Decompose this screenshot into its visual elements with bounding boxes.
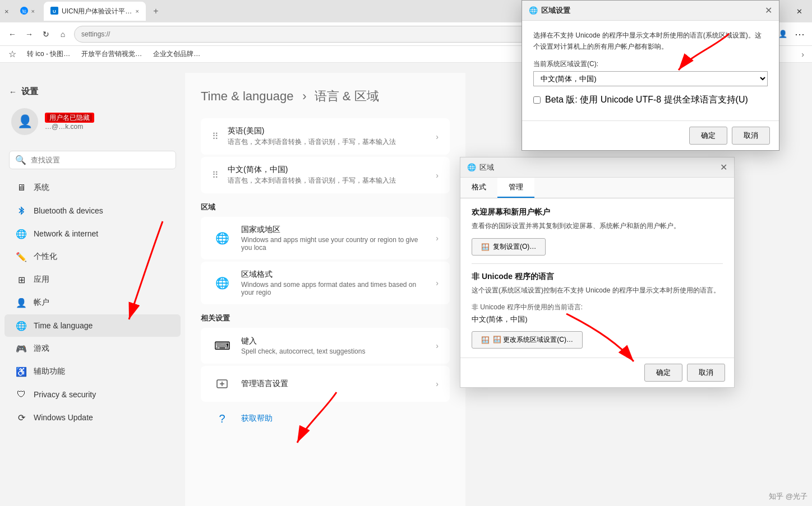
page-title-main: Time & language [201, 89, 294, 103]
unicode-locale-select[interactable]: 中文(简体，中国) [533, 71, 768, 86]
unicode-globe-icon: 🌐 [529, 6, 538, 15]
settings-sidebar: ← 设置 👤 用户名已隐藏 …@…k.com 🔍 🖥 系统 [0, 73, 185, 506]
settings-search[interactable]: 🔍 [9, 151, 176, 169]
tab2-close[interactable]: × [135, 8, 139, 15]
settings-back[interactable]: ← 设置 [0, 82, 185, 101]
bookmark-2[interactable]: 开放平台营销视觉… [77, 48, 146, 60]
bookmark-3[interactable]: 企业文创品牌… [149, 48, 205, 60]
forward-button[interactable]: → [21, 26, 37, 42]
language-item-chinese[interactable]: ⠿ 中文(简体，中国) 语言包，文本到语音转换，语音识别，手写，基本输入法 › [201, 157, 450, 193]
sidebar-item-time[interactable]: 🌐 Time & language [4, 314, 181, 337]
sidebar-privacy-label: Privacy & security [34, 390, 96, 399]
region-format-text: 区域格式 Windows and some apps format dates … [241, 270, 427, 296]
back-icon: ← [9, 87, 17, 96]
refresh-button[interactable]: ↻ [38, 26, 54, 42]
language-item-english[interactable]: ⠿ 英语(美国) 语言包，文本到语音转换，语音识别，手写，基本输入法 › [201, 118, 450, 155]
country-title: 国家或地区 [241, 225, 427, 235]
unicode-dialog-label: 区域设置 [541, 6, 570, 16]
sidebar-item-system[interactable]: 🖥 系统 [4, 177, 181, 199]
tab-1[interactable]: 知 × [13, 2, 41, 21]
svg-text:U: U [53, 9, 56, 14]
close-button[interactable]: ✕ [786, 0, 812, 22]
sidebar-accessibility-label: 辅助功能 [34, 366, 65, 377]
unicode-checkbox[interactable] [533, 96, 541, 104]
search-icon: 🔍 [15, 155, 26, 165]
keyboard-title: 键入 [241, 336, 427, 346]
user-name: 用户名已隐藏 [45, 113, 94, 123]
help-item[interactable]: ? 获取帮助 [201, 404, 450, 433]
country-desc: Windows and apps might use your country … [241, 236, 427, 252]
non-unicode-desc: 这个设置(系统区域设置)控制在不支持 Unicode 的程序中显示文本时所使用的… [472, 285, 723, 296]
user-email: …@…k.com [45, 123, 94, 131]
page-title-sub: 语言 & 区域 [315, 89, 379, 103]
drag-handle: ⠿ [212, 131, 219, 142]
more-button[interactable]: ⋯ [792, 26, 808, 42]
unicode-footer: 确定 取消 [522, 120, 779, 150]
sidebar-item-bluetooth[interactable]: Bluetooth & devices [4, 199, 181, 222]
tab-close-x[interactable]: × [4, 7, 9, 16]
unicode-cancel-button[interactable]: 取消 [732, 127, 770, 145]
unicode-close-button[interactable]: ✕ [765, 5, 772, 16]
bookmarks-toggle[interactable]: ☆ [4, 47, 20, 62]
back-button[interactable]: ← [4, 26, 20, 42]
region-format-item[interactable]: 🌐 区域格式 Windows and some apps format date… [201, 262, 450, 304]
accessibility-icon: ♿ [16, 366, 27, 377]
region-dialog-close[interactable]: ✕ [720, 162, 727, 173]
sidebar-item-network[interactable]: 🌐 Network & internet [4, 222, 181, 245]
avatar: 👤 [11, 108, 38, 135]
chinese-chevron: › [436, 171, 439, 180]
bookmark-1[interactable]: 转 ico - 快图… [22, 48, 75, 60]
personalization-icon: ✏️ [16, 251, 27, 262]
time-icon: 🌐 [16, 320, 27, 331]
region-welcome-desc: 查看你的国际设置并将其复制到欢迎屏幕、系统帐户和新的用户帐户。 [472, 221, 723, 231]
format-chevron: › [436, 278, 439, 287]
region-tab-format[interactable]: 格式 [460, 178, 497, 198]
unicode-body: 选择在不支持 Unicode 的程序中显示文本时所使用的语言(系统区域设置)。这… [522, 21, 779, 120]
gaming-icon: 🎮 [16, 343, 27, 354]
tab1-close[interactable]: × [31, 8, 35, 15]
country-text: 国家或地区 Windows and apps might use your co… [241, 225, 427, 252]
sidebar-item-privacy[interactable]: 🛡 Privacy & security [4, 383, 181, 406]
nav-list: 🖥 系统 Bluetooth & devices 🌐 Network & int… [0, 176, 185, 429]
sidebar-item-accounts[interactable]: 👤 帐户 [4, 291, 181, 314]
user-profile[interactable]: 👤 用户名已隐藏 …@…k.com [0, 101, 185, 142]
tab-2[interactable]: U UICN用户体验设计平… × [44, 2, 146, 21]
tab2-favicon: U [50, 7, 58, 16]
unicode-select-row: 中文(简体，中国) [533, 71, 768, 86]
home-button[interactable]: ⌂ [55, 26, 71, 42]
unicode-current-label: 当前系统区域设置(C): [533, 59, 768, 69]
keyboard-item[interactable]: ⌨ 键入 Spell check, autocorrect, text sugg… [201, 328, 450, 364]
unicode-dialog: 🌐 区域设置 ✕ 选择在不支持 Unicode 的程序中显示文本时所使用的语言(… [522, 0, 779, 151]
region-tab-manage[interactable]: 管理 [497, 178, 534, 198]
english-chevron: › [436, 132, 439, 141]
breadcrumb-separator: › [302, 89, 310, 103]
sidebar-item-accessibility[interactable]: ♿ 辅助功能 [4, 360, 181, 383]
add-tab-button[interactable]: + [148, 3, 164, 19]
drag-handle-2: ⠿ [212, 170, 219, 180]
unicode-ok-button[interactable]: 确定 [689, 127, 727, 145]
region-cancel-button[interactable]: 取消 [687, 364, 725, 382]
keyboard-icon: ⌨ [212, 336, 232, 356]
apps-icon: ⊞ [16, 274, 27, 285]
tab-x[interactable]: × [4, 7, 9, 16]
region-tabs: 格式 管理 [460, 178, 734, 198]
lang-english-text: 英语(美国) 语言包，文本到语音转换，语音识别，手写，基本输入法 [228, 126, 427, 147]
region-dialog-title: 🌐 区域 [467, 163, 494, 173]
copy-settings-button[interactable]: 🪟 复制设置(O)… [472, 238, 546, 256]
lang-mgmt-item[interactable]: 管理语言设置 › [201, 366, 450, 402]
bookmarks-more[interactable]: › [798, 49, 808, 60]
sidebar-item-personalization[interactable]: ✏️ 个性化 [4, 245, 181, 268]
sidebar-item-windows-update[interactable]: ⟳ Windows Update [4, 406, 181, 429]
sidebar-item-apps[interactable]: ⊞ 应用 [4, 268, 181, 291]
related-section-label: 相关设置 [201, 313, 450, 323]
region-ok-button[interactable]: 确定 [644, 364, 682, 382]
sidebar-item-gaming[interactable]: 🎮 游戏 [4, 337, 181, 360]
change-icon: 🪟 [481, 336, 490, 344]
lang-mgmt-icon [212, 374, 232, 394]
non-unicode-title: 非 Unicode 程序的语言 [472, 272, 723, 282]
search-input[interactable] [31, 156, 170, 164]
settings-window: ← 设置 👤 用户名已隐藏 …@…k.com 🔍 🖥 系统 [0, 73, 465, 506]
unicode-desc: 选择在不支持 Unicode 的程序中显示文本时所使用的语言(系统区域设置)。这… [533, 30, 768, 53]
region-country-item[interactable]: 🌐 国家或地区 Windows and apps might use your … [201, 217, 450, 259]
change-system-locale-button[interactable]: 🪟 🪟 更改系统区域设置(C)… [472, 331, 583, 349]
